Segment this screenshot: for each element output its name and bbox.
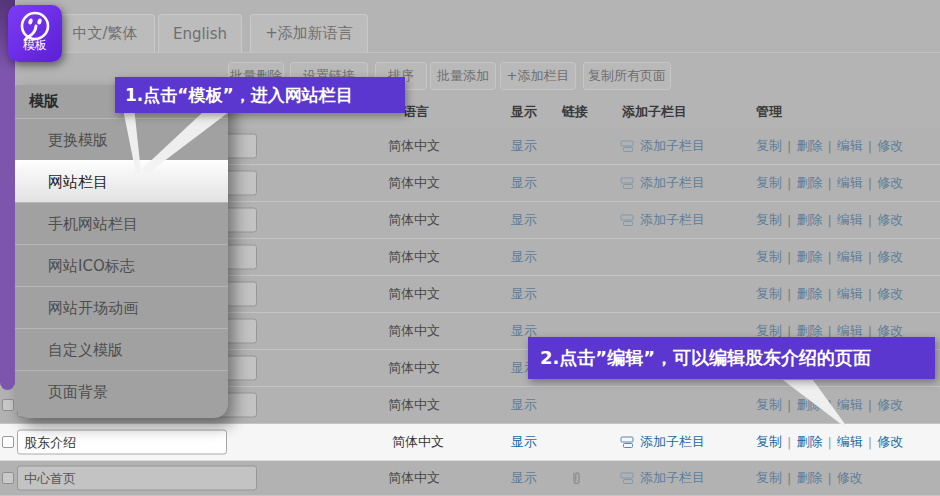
column-name-input[interactable] (17, 466, 257, 491)
menu-item-intro-animation[interactable]: 网站开场动画 (15, 286, 228, 328)
row-checkbox[interactable] (2, 436, 14, 448)
language-cell: 简体中文 (388, 461, 440, 495)
modify-link[interactable]: 修改 (877, 211, 903, 229)
copy-link[interactable]: 复制 (756, 137, 782, 155)
menu-item-change-template[interactable]: 更换模版 (15, 118, 228, 160)
edit-link[interactable]: 编辑 (837, 396, 863, 414)
copy-link[interactable]: 复制 (756, 433, 782, 451)
show-link[interactable]: 显示 (511, 387, 537, 423)
add-column-button[interactable]: +添加栏目 (500, 62, 576, 90)
delete-link[interactable]: 删除 (796, 433, 822, 451)
header-addsub: 添加子栏目 (622, 95, 687, 128)
separator: | (868, 176, 872, 191)
delete-link[interactable]: 删除 (796, 174, 822, 192)
add-sub-column-link[interactable]: 添加子栏目 (620, 461, 705, 495)
modify-link[interactable]: 修改 (877, 137, 903, 155)
show-link[interactable]: 显示 (511, 461, 537, 495)
show-link[interactable]: 显示 (511, 128, 537, 164)
template-launcher-button[interactable]: 模板 (8, 5, 62, 62)
add-sub-column-link[interactable]: 添加子栏目 (620, 202, 705, 238)
separator: | (868, 139, 872, 154)
button-label: 批量添加 (437, 67, 489, 85)
delete-link[interactable]: 删除 (796, 285, 822, 303)
button-label: 复制所有页面 (588, 67, 666, 85)
menu-item-mobile-site-columns[interactable]: 手机网站栏目 (15, 202, 228, 244)
modify-link[interactable]: 修改 (877, 433, 903, 451)
separator: | (868, 250, 872, 265)
add-sub-column-link[interactable]: 添加子栏目 (620, 165, 705, 201)
delete-link[interactable]: 删除 (796, 396, 822, 414)
row-checkbox[interactable] (2, 472, 14, 484)
table-row-shareholder-intro: 简体中文 显示 添加子栏目 复制|删除|编辑|修改 (0, 424, 940, 461)
separator: | (787, 250, 791, 265)
separator: | (827, 176, 831, 191)
menu-item-custom-template[interactable]: 自定义模版 (15, 328, 228, 370)
copy-link[interactable]: 复制 (756, 469, 782, 487)
edit-link[interactable]: 编辑 (837, 137, 863, 155)
tab-chinese-traditional[interactable]: 中文/繁体 (55, 14, 155, 52)
copy-all-pages-button[interactable]: 复制所有页面 (583, 62, 671, 90)
manage-cell: 复制|删除|编辑|修改 (756, 165, 903, 201)
layers-icon (620, 436, 635, 449)
show-link[interactable]: 显示 (511, 239, 537, 275)
separator: | (787, 176, 791, 191)
manage-cell: 复制|删除|编辑|修改 (756, 276, 903, 312)
separator: | (827, 250, 831, 265)
language-cell: 简体中文 (388, 387, 440, 423)
batch-add-button[interactable]: 批量添加 (430, 62, 496, 90)
show-link[interactable]: 显示 (511, 424, 537, 460)
header-show: 显示 (511, 95, 537, 128)
language-cell: 简体中文 (388, 276, 440, 312)
delete-link[interactable]: 删除 (796, 248, 822, 266)
menu-item-page-background[interactable]: 页面背景 (15, 370, 228, 412)
modify-link[interactable]: 修改 (877, 285, 903, 303)
manage-cell: 复制|删除|修改 (756, 461, 863, 495)
add-sub-column-link[interactable]: 添加子栏目 (620, 424, 705, 460)
copy-link[interactable]: 复制 (756, 396, 782, 414)
copy-link[interactable]: 复制 (756, 285, 782, 303)
edit-link[interactable]: 编辑 (837, 211, 863, 229)
separator: | (868, 398, 872, 413)
show-link[interactable]: 显示 (511, 202, 537, 238)
modify-link[interactable]: 修改 (837, 469, 863, 487)
language-cell: 简体中文 (388, 165, 440, 201)
edit-link[interactable]: 编辑 (837, 285, 863, 303)
copy-link[interactable]: 复制 (756, 248, 782, 266)
tab-english[interactable]: English (158, 14, 242, 52)
menu-item-site-ico[interactable]: 网站ICO标志 (15, 244, 228, 286)
separator: | (827, 287, 831, 302)
add-sub-column-label: 添加子栏目 (640, 174, 705, 192)
layers-icon (620, 472, 635, 485)
delete-link[interactable]: 删除 (796, 137, 822, 155)
language-cell: 简体中文 (388, 313, 440, 349)
separator: | (868, 213, 872, 228)
edit-link[interactable]: 编辑 (837, 174, 863, 192)
table-row-center-home: 简体中文 显示 添加子栏目 复制|删除|修改 (0, 461, 940, 496)
show-link[interactable]: 显示 (511, 165, 537, 201)
modify-link[interactable]: 修改 (877, 248, 903, 266)
separator: | (787, 287, 791, 302)
language-cell: 简体中文 (388, 239, 440, 275)
add-sub-column-label: 添加子栏目 (640, 433, 705, 451)
tutorial-step2-callout: 2.点击”编辑”，可以编辑股东介绍的页面 (528, 337, 935, 379)
menu-item-site-columns[interactable]: 网站栏目 (15, 160, 228, 202)
delete-link[interactable]: 删除 (796, 469, 822, 487)
modify-link[interactable]: 修改 (877, 174, 903, 192)
copy-link[interactable]: 复制 (756, 211, 782, 229)
tab-add-language[interactable]: +添加新语言 (250, 14, 368, 52)
show-link[interactable]: 显示 (511, 276, 537, 312)
edit-link[interactable]: 编辑 (837, 433, 863, 451)
row-checkbox[interactable] (2, 399, 14, 411)
header-language: 语言 (403, 95, 429, 128)
separator: | (827, 398, 831, 413)
manage-cell: 复制|删除|编辑|修改 (756, 424, 903, 460)
add-sub-column-link[interactable]: 添加子栏目 (620, 128, 705, 164)
header-link: 链接 (562, 95, 588, 128)
delete-link[interactable]: 删除 (796, 211, 822, 229)
button-label: +添加栏目 (507, 67, 570, 85)
column-name-input[interactable] (17, 430, 227, 455)
modify-link[interactable]: 修改 (877, 396, 903, 414)
copy-link[interactable]: 复制 (756, 174, 782, 192)
edit-link[interactable]: 编辑 (837, 248, 863, 266)
separator: | (868, 435, 872, 450)
